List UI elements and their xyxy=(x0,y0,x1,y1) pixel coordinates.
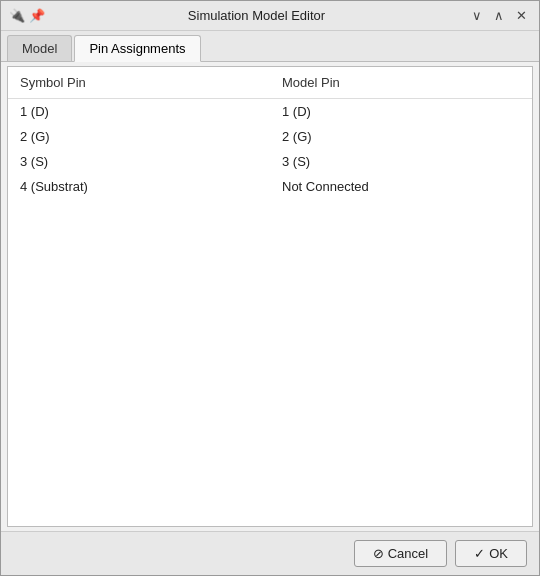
tab-bar: Model Pin Assignments xyxy=(1,31,539,62)
tab-pin-assignments-label: Pin Assignments xyxy=(89,41,185,56)
ok-label: OK xyxy=(489,546,508,561)
cancel-button[interactable]: ⊘ Cancel xyxy=(354,540,447,567)
model-pin-cell: 3 (S) xyxy=(270,149,532,174)
tab-pin-assignments[interactable]: Pin Assignments xyxy=(74,35,200,62)
simulation-model-editor-window: 🔌 📌 Simulation Model Editor ∨ ∧ ✕ Model … xyxy=(0,0,540,576)
footer: ⊘ Cancel ✓ OK xyxy=(1,531,539,575)
cancel-label: Cancel xyxy=(388,546,428,561)
title-bar: 🔌 📌 Simulation Model Editor ∨ ∧ ✕ xyxy=(1,1,539,31)
app-icons: 🔌 📌 xyxy=(9,8,45,23)
model-pin-cell: 1 (D) xyxy=(270,99,532,125)
window-title: Simulation Model Editor xyxy=(45,8,468,23)
app-icon-2: 📌 xyxy=(29,8,45,23)
table-header-row: Symbol Pin Model Pin xyxy=(8,67,532,99)
symbol-pin-cell: 1 (D) xyxy=(8,99,270,125)
window-controls: ∨ ∧ ✕ xyxy=(468,8,531,23)
table-row: 2 (G)2 (G) xyxy=(8,124,532,149)
pin-table: Symbol Pin Model Pin 1 (D)1 (D)2 (G)2 (G… xyxy=(8,67,532,199)
title-bar-left: 🔌 📌 xyxy=(9,8,45,23)
column-header-model-pin: Model Pin xyxy=(270,67,532,99)
column-header-symbol-pin: Symbol Pin xyxy=(8,67,270,99)
table-row: 1 (D)1 (D) xyxy=(8,99,532,125)
ok-icon: ✓ xyxy=(474,546,485,561)
minimize-button[interactable]: ∨ xyxy=(468,8,486,23)
close-button[interactable]: ✕ xyxy=(512,8,531,23)
symbol-pin-cell: 2 (G) xyxy=(8,124,270,149)
tab-model[interactable]: Model xyxy=(7,35,72,61)
content-area: Symbol Pin Model Pin 1 (D)1 (D)2 (G)2 (G… xyxy=(7,66,533,527)
app-icon-1: 🔌 xyxy=(9,8,25,23)
model-pin-cell: Not Connected xyxy=(270,174,532,199)
symbol-pin-cell: 3 (S) xyxy=(8,149,270,174)
cancel-icon: ⊘ xyxy=(373,546,384,561)
tab-model-label: Model xyxy=(22,41,57,56)
table-row: 3 (S)3 (S) xyxy=(8,149,532,174)
maximize-button[interactable]: ∧ xyxy=(490,8,508,23)
model-pin-cell: 2 (G) xyxy=(270,124,532,149)
table-row: 4 (Substrat)Not Connected xyxy=(8,174,532,199)
ok-button[interactable]: ✓ OK xyxy=(455,540,527,567)
symbol-pin-cell: 4 (Substrat) xyxy=(8,174,270,199)
